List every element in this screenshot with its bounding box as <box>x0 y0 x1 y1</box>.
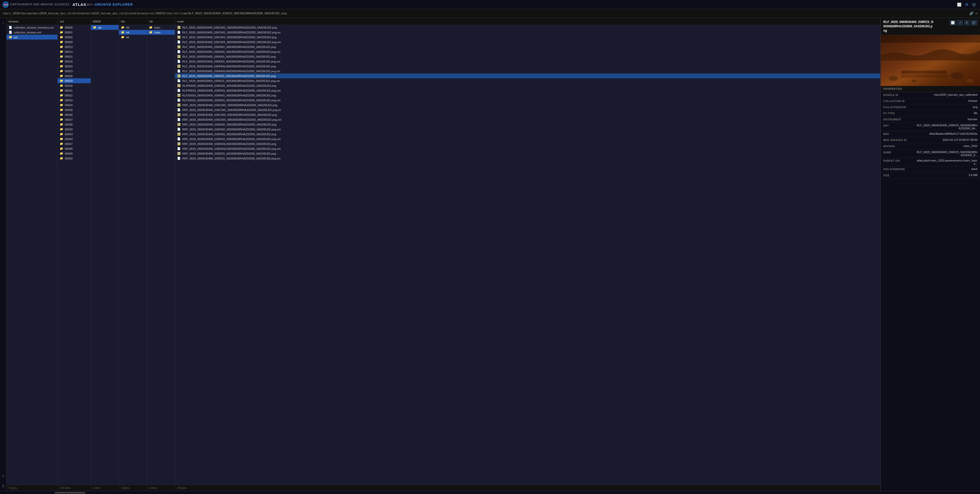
menu-btn[interactable]: ≡ <box>975 11 977 15</box>
col-ids-body[interactable]: 📁 fdr 📁 rdr 📁 tdr <box>119 25 147 485</box>
list-item[interactable]: 📁00016 <box>58 59 91 64</box>
scrollbar-thumb[interactable] <box>55 492 85 494</box>
list-item[interactable]: 📁00038 <box>58 122 91 127</box>
list-item[interactable]: 📁00035 <box>58 107 91 112</box>
prop-key: FILE EXTENSION <box>883 105 916 109</box>
list-item[interactable]: 📁00015 <box>58 54 91 59</box>
list-item[interactable]: 📄RRF_0029_0669530400_036CWS_N0030828RHAZ… <box>175 117 880 122</box>
sidebar-home-icon[interactable]: ⌂ <box>1 20 5 26</box>
list-item[interactable]: 📁00002 <box>58 35 91 40</box>
list-item[interactable]: 📁00023 <box>58 68 91 73</box>
col-ids-header: ids <box>119 18 147 25</box>
list-item[interactable]: 📄 collection_browse_inventory.csv <box>6 25 57 30</box>
prop-val: 2023-03-11T19:58:07-08:00 <box>916 138 977 142</box>
topbar-layers-btn[interactable]: ⧉ <box>964 1 969 8</box>
logo-area: NASA CARTOGRAPHY AND IMAGING SCIENCES <box>3 2 69 8</box>
link-btn[interactable]: 🔗 <box>969 11 974 15</box>
list-item[interactable]: 📄RLF_0029_0669530400_036RASLN0030828RHAZ… <box>175 68 880 73</box>
list-item[interactable]: 🖼️RRF_0029_0669530400_036CWS_N0030828RHA… <box>175 112 880 117</box>
folder-icon: 📁 <box>60 50 63 53</box>
list-item-fdr[interactable]: 📁 fdr <box>119 25 147 30</box>
list-item[interactable]: 📁00047 <box>58 141 91 146</box>
folder-icon: 📁 <box>60 147 63 150</box>
list-item[interactable]: 📄RLFR0029_0669530400_036RAS_N0030828RHAZ… <box>175 88 880 93</box>
list-item[interactable]: 📁00043 <box>58 132 91 137</box>
list-item[interactable]: 📁00028 <box>58 73 91 78</box>
topbar-monitor-btn[interactable]: ⬜ <box>956 2 963 8</box>
list-item[interactable]: 📁00039 <box>58 127 91 132</box>
preview-external-btn[interactable]: ↗ <box>957 20 963 25</box>
list-item[interactable]: 🖼️RRF_0029_0669530400_036RAD_N0030828RHA… <box>175 122 880 127</box>
list-item[interactable]: 🖼️RRF_0029_0669530400_036RAS_N0030828RHA… <box>175 132 880 137</box>
list-item[interactable]: 🖼️RLFS0029_0669530400_036RAS_N0030828RHA… <box>175 93 880 98</box>
col-sol-body[interactable]: 📁00000📁00001📁00002📁00009📁00013📁00014📁000… <box>58 25 91 485</box>
list-item[interactable]: 📄RLF_0029_0669530400_036RAD_N0030828RHAZ… <box>175 49 880 54</box>
list-item[interactable]: 📄RRF_0029_0669530400_036RZS_N0030828RHAZ… <box>175 156 880 161</box>
list-item[interactable]: 📁00049 <box>58 151 91 156</box>
list-item[interactable]: 📁00036 <box>58 112 91 117</box>
list-item[interactable]: 📁00034 <box>58 103 91 107</box>
list-item[interactable]: 🖼️RLF_0029_0669530400_036RAS_N0030828RHA… <box>175 54 880 59</box>
list-item[interactable]: 🖼️RLF_0029_0669530400_036RASLN0030828RHA… <box>175 64 880 68</box>
prop-val: png <box>916 105 977 109</box>
list-item[interactable]: 📄RLFS0029_0669530400_036RAS_N0030828RHAZ… <box>175 98 880 103</box>
list-item-fcam[interactable]: 📁 fcam <box>147 25 175 30</box>
col-browse-body[interactable]: 📄 collection_browse_inventory.csv 📄 coll… <box>6 25 57 485</box>
topbar-cart-btn[interactable]: 🛒 <box>971 2 977 8</box>
folder-icon: 📁 <box>60 118 63 121</box>
list-item[interactable]: 📄RRF_0029_0669530400_036RASLN0030828RHAZ… <box>175 146 880 151</box>
image-icon: 🖼️ <box>177 26 181 29</box>
list-item[interactable]: 📁00000 <box>58 25 91 30</box>
sidebar-question-icon[interactable]: ? <box>1 473 5 480</box>
list-item[interactable]: 📄RRF_0029_0669530400_036RAD_N0030828RHAZ… <box>175 127 880 132</box>
list-item[interactable]: 📁00013 <box>58 44 91 49</box>
list-item[interactable]: 📁00033 <box>58 98 91 103</box>
list-item[interactable]: 📄RLF_0029_0669530400_036CWS_N0030828RHAZ… <box>175 40 880 44</box>
list-item[interactable]: 📄RLF_0029_0669530400_036RZS_N0030828RHAZ… <box>175 78 880 83</box>
sidebar-info-icon[interactable]: ℹ <box>2 483 5 489</box>
list-item-tdr[interactable]: 📁 tdr <box>119 35 147 40</box>
list-item[interactable]: 🖼️RLFR0029_0669530400_036RAS_N0030828RHA… <box>175 83 880 88</box>
list-item-sol[interactable]: 📁 sol <box>6 35 57 40</box>
list-item[interactable]: 📁00009 <box>58 40 91 44</box>
list-item[interactable]: 📁00020 <box>58 64 91 68</box>
list-item[interactable]: 📁00052 <box>58 156 91 161</box>
list-item[interactable]: 📄RRF_0029_0669530400_036RAS_N0030828RHAZ… <box>175 137 880 141</box>
horizontal-scrollbar[interactable] <box>0 491 980 494</box>
properties-section: PROPERTIES BUNDLE IDmars2020_hazcam_ops_… <box>881 86 980 491</box>
file-label: 00036 <box>65 113 73 116</box>
list-item[interactable]: 📁00044 <box>58 137 91 141</box>
list-item-rcam[interactable]: 📁 rcam <box>147 30 175 35</box>
list-item[interactable]: 📁00037 <box>58 117 91 122</box>
list-item[interactable]: 📄RRF_0029_0669530400_036CWG_N0030828RHAZ… <box>175 107 880 112</box>
list-item[interactable]: 🖼️RLF_0029_0669530400_036RAD_N0030828RHA… <box>175 44 880 49</box>
list-item[interactable]: 📄RLF_0029_0669530400_036RAS_N0030828RHAZ… <box>175 59 880 64</box>
file-label: 00049 <box>65 152 73 155</box>
folder-icon: 📁 <box>121 31 124 34</box>
list-item[interactable]: 📁00030 <box>58 83 91 88</box>
list-item[interactable]: 📁00001 <box>58 30 91 35</box>
list-item[interactable]: 🖼️RRF_0029_0669530400_036CWG_N0030828RHA… <box>175 103 880 107</box>
svg-point-24 <box>966 79 974 83</box>
list-item[interactable]: 🖼️RLF_0029_0669530400_036CWS_N0030828RHA… <box>175 35 880 40</box>
list-item[interactable]: 📄 collection_browse.xml <box>6 30 57 35</box>
list-item-rdr[interactable]: 📁 rdr <box>119 30 147 35</box>
file-label: 00047 <box>65 142 73 145</box>
col-rcam-body[interactable]: 🖼️RLF_0029_0669530400_036CWG_N0030828RHA… <box>175 25 880 485</box>
list-item[interactable]: 📁00048 <box>58 146 91 151</box>
list-item[interactable]: 📄RLF_0029_0669530400_036CWG_N0030828RHAZ… <box>175 30 880 35</box>
col-00029-body[interactable]: 📁 ids <box>91 25 119 485</box>
list-item[interactable]: 🖼️RLF_0029_0669530400_036RZS_N0030828RHA… <box>175 73 880 78</box>
preview-expand-btn[interactable]: ⬜ <box>950 20 956 25</box>
list-item[interactable]: 🖼️RRF_0029_0669530400_036RASLN0030828RHA… <box>175 141 880 146</box>
list-item-ids[interactable]: 📁 ids <box>91 25 119 30</box>
list-item[interactable]: 🖼️RRF_0029_0669530400_036RZS_N0030828RHA… <box>175 151 880 156</box>
list-item[interactable]: 📁00032 <box>58 93 91 98</box>
list-item[interactable]: 📁00031 <box>58 88 91 93</box>
preview-cart-btn[interactable]: 🛒 <box>970 20 977 25</box>
list-item[interactable]: 🖼️RLF_0029_0669530400_036CWG_N0030828RHA… <box>175 25 880 30</box>
list-item[interactable]: 📁00014 <box>58 49 91 54</box>
preview-download-btn[interactable]: ⬇ <box>964 20 969 25</box>
list-item[interactable]: 📁00029 <box>58 78 91 83</box>
col-rdr-body[interactable]: 📁 fcam 📁 rcam <box>147 25 175 485</box>
